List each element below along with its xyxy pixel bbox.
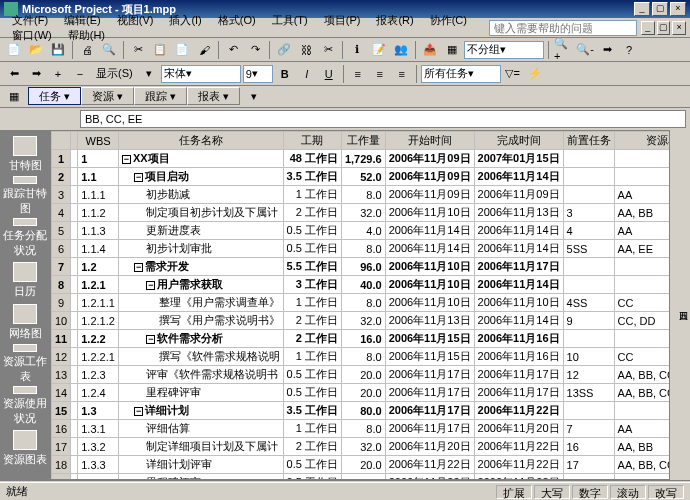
menu-c[interactable]: 协作(C) (422, 12, 475, 28)
task-row[interactable]: 191.3.4 里程碑评审0.5 工作日20.02006年11月22日2006年… (52, 474, 671, 481)
task-row[interactable]: 171.3.2 制定详细项目计划及下属计2 工作日32.02006年11月20日… (52, 438, 671, 456)
doc-restore-button[interactable]: ▢ (657, 21, 671, 35)
task-row[interactable]: 51.1.3 更新进度表0.5 工作日4.02006年11月14日2006年11… (52, 222, 671, 240)
align-center-button[interactable]: ≡ (370, 64, 390, 84)
wizard-button[interactable]: ⚡ (525, 64, 545, 84)
sidebar-view[interactable]: 甘特图 (3, 134, 47, 174)
task-row[interactable]: 151.3 −详细计划3.5 工作日80.02006年11月17日2006年11… (52, 402, 671, 420)
group-button[interactable]: ▦ (442, 40, 462, 60)
preview-button[interactable]: 🔍 (99, 40, 119, 60)
print-button[interactable]: 🖨 (77, 40, 97, 60)
italic-button[interactable]: I (297, 64, 317, 84)
task-row[interactable]: 131.2.3 评审《软件需求规格说明书0.5 工作日20.02006年11月1… (52, 366, 671, 384)
doc-close-button[interactable]: × (672, 21, 686, 35)
task-row[interactable]: 91.2.1.1 整理《用户需求调查单》1 工作日8.02006年11月10日2… (52, 294, 671, 312)
close-button[interactable]: × (670, 2, 686, 16)
split-button[interactable]: ✂ (318, 40, 338, 60)
column-header[interactable]: 前置任务 (563, 132, 614, 150)
menu-o[interactable]: 格式(O) (210, 12, 264, 28)
indent-button[interactable]: ➡ (26, 64, 46, 84)
view-tab[interactable]: 资源 ▾ (81, 87, 134, 105)
task-row[interactable]: 101.2.1.2 撰写《用户需求说明书》2 工作日32.02006年11月13… (52, 312, 671, 330)
task-row[interactable]: 21.1 −项目启动3.5 工作日52.02006年11月09日2006年11月… (52, 168, 671, 186)
menu-p[interactable]: 项目(P) (316, 12, 369, 28)
bold-button[interactable]: B (275, 64, 295, 84)
menu-t[interactable]: 工具(T) (264, 12, 316, 28)
sidebar-view[interactable]: 资源工作表 (3, 344, 47, 384)
paste-button[interactable]: 📄 (172, 40, 192, 60)
view-tab[interactable]: 报表 ▾ (187, 87, 240, 105)
menu-r[interactable]: 报表(R) (368, 12, 421, 28)
task-row[interactable]: 81.2.1 −用户需求获取3 工作日40.02006年11月10日2006年1… (52, 276, 671, 294)
filter-select[interactable]: 所有任务 ▾ (421, 65, 501, 83)
sidebar-view[interactable]: 任务分配状况 (3, 218, 47, 258)
align-left-button[interactable]: ≡ (348, 64, 368, 84)
help-button[interactable]: ? (619, 40, 639, 60)
task-row[interactable]: 61.1.4 初步计划审批0.5 工作日8.02006年11月14日2006年1… (52, 240, 671, 258)
views-button[interactable]: ▦ (4, 87, 24, 107)
zoom-out-button[interactable]: 🔍- (575, 40, 595, 60)
menu-i[interactable]: 插入(I) (161, 12, 209, 28)
unlink-button[interactable]: ⛓ (296, 40, 316, 60)
task-row[interactable]: 141.2.4 里程碑评审0.5 工作日20.02006年11月17日2006年… (52, 384, 671, 402)
menu-e[interactable]: 编辑(E) (56, 12, 109, 28)
redo-button[interactable]: ↷ (245, 40, 265, 60)
menu-v[interactable]: 视图(V) (109, 12, 162, 28)
doc-minimize-button[interactable]: _ (641, 21, 655, 35)
undo-button[interactable]: ↶ (223, 40, 243, 60)
outdent-button[interactable]: ⬅ (4, 64, 24, 84)
sidebar-view[interactable]: 资源使用状况 (3, 386, 47, 426)
maximize-button[interactable]: ▢ (652, 2, 668, 16)
view-tab[interactable]: 任务 ▾ (28, 87, 81, 105)
publish-button[interactable]: 📤 (420, 40, 440, 60)
notes-button[interactable]: 📝 (369, 40, 389, 60)
help-search-input[interactable] (489, 20, 637, 36)
sidebar-view[interactable]: 日历 (3, 260, 47, 300)
entry-bar[interactable]: BB, CC, EE (80, 110, 686, 128)
minimize-button[interactable]: _ (634, 2, 650, 16)
task-row[interactable]: 41.1.2 制定项目初步计划及下属计2 工作日32.02006年11月10日2… (52, 204, 671, 222)
copy-button[interactable]: 📋 (150, 40, 170, 60)
task-row[interactable]: 161.3.1 评细估算1 工作日8.02006年11月17日2006年11月2… (52, 420, 671, 438)
assign-button[interactable]: 👥 (391, 40, 411, 60)
underline-button[interactable]: U (319, 64, 339, 84)
task-row[interactable]: 181.3.3 详细计划评审0.5 工作日20.02006年11月22日2006… (52, 456, 671, 474)
task-row[interactable]: 11−XX项目48 工作日1,729.62006年11月09日2007年01月1… (52, 150, 671, 168)
show-subtasks-button[interactable]: + (48, 64, 68, 84)
task-row[interactable]: 71.2 −需求开发5.5 工作日96.02006年11月10日2006年11月… (52, 258, 671, 276)
hide-subtasks-button[interactable]: − (70, 64, 90, 84)
task-row[interactable]: 121.2.2.1 撰写《软件需求规格说明1 工作日8.02006年11月15日… (52, 348, 671, 366)
size-select[interactable]: 9 ▾ (243, 65, 273, 83)
view-dropdown[interactable]: ▾ (244, 87, 264, 107)
format-painter-button[interactable]: 🖌 (194, 40, 214, 60)
sidebar-view[interactable]: 跟踪甘特图 (3, 176, 47, 216)
column-header[interactable]: 工期 (283, 132, 341, 150)
info-button[interactable]: ℹ (347, 40, 367, 60)
cut-button[interactable]: ✂ (128, 40, 148, 60)
sidebar-view[interactable]: 网络图 (3, 302, 47, 342)
column-header[interactable]: 完成时间 (474, 132, 563, 150)
font-select[interactable]: 宋体 ▾ (161, 65, 241, 83)
task-row[interactable]: 111.2.2 −软件需求分析2 工作日16.02006年11月15日2006年… (52, 330, 671, 348)
group-select[interactable]: 不分组 ▾ (464, 41, 544, 59)
column-header[interactable]: WBS (78, 132, 119, 150)
task-row[interactable]: 31.1.1 初步勘减1 工作日8.02006年11月09日2006年11月09… (52, 186, 671, 204)
column-header[interactable]: 开始时间 (385, 132, 474, 150)
view-tab[interactable]: 跟踪 ▾ (134, 87, 187, 105)
save-button[interactable]: 💾 (48, 40, 68, 60)
column-header[interactable]: 任务名称 (118, 132, 283, 150)
open-button[interactable]: 📂 (26, 40, 46, 60)
show-dropdown[interactable]: ▾ (139, 64, 159, 84)
column-header[interactable] (71, 132, 78, 150)
task-grid[interactable]: WBS任务名称工期工作量开始时间完成时间前置任务资源名称11−XX项目48 工作… (50, 130, 670, 480)
align-right-button[interactable]: ≡ (392, 64, 412, 84)
column-header[interactable]: 资源名称 (614, 132, 670, 150)
column-header[interactable]: 工作量 (341, 132, 385, 150)
sidebar-view[interactable]: 资源图表 (3, 428, 47, 468)
zoom-in-button[interactable]: 🔍+ (553, 40, 573, 60)
autofilter-button[interactable]: ▽= (503, 64, 523, 84)
menu-f[interactable]: 文件(F) (4, 12, 56, 28)
column-header[interactable] (52, 132, 71, 150)
new-button[interactable]: 📄 (4, 40, 24, 60)
link-button[interactable]: 🔗 (274, 40, 294, 60)
